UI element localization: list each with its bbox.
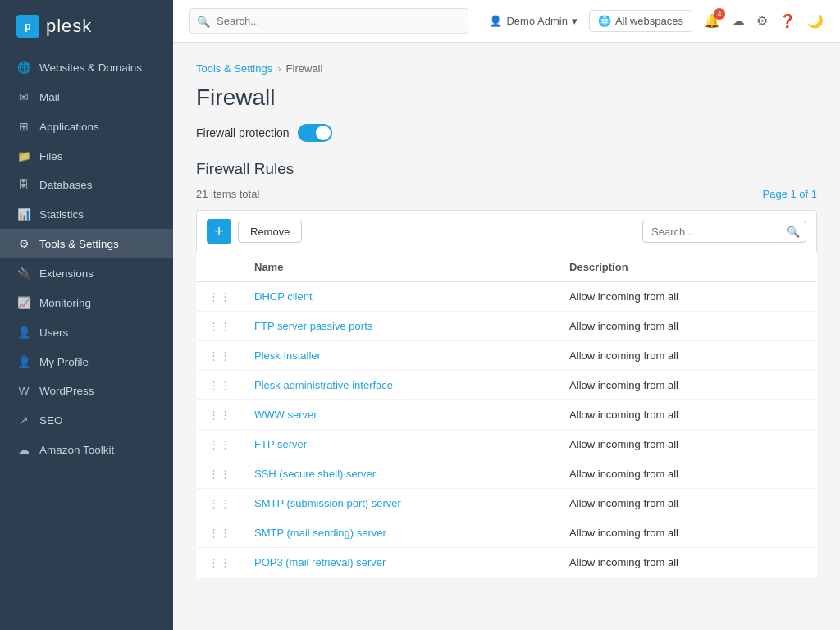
breadcrumb-current: Firewall	[286, 62, 323, 75]
protection-row: Firewall protection	[196, 124, 817, 142]
col-description-header: Description	[558, 253, 816, 282]
topbar-search-wrap: 🔍	[189, 8, 468, 34]
table-row: ⋮⋮ SSH (secure shell) server Allow incom…	[197, 459, 817, 489]
sidebar-item-my-profile[interactable]: 👤 My Profile	[0, 347, 173, 377]
breadcrumb-parent[interactable]: Tools & Settings	[196, 62, 272, 75]
rule-link-plesk-installer[interactable]: Plesk Installer	[254, 349, 321, 362]
rule-desc-smtp-submission: Allow incoming from all	[558, 489, 816, 518]
content-area: Tools & Settings › Firewall Firewall Fir…	[173, 43, 840, 630]
my-profile-icon: 👤	[16, 355, 31, 368]
table-row: ⋮⋮ POP3 (mail retrieval) server Allow in…	[197, 548, 817, 578]
table-row: ⋮⋮ SMTP (submission port) server Allow i…	[197, 489, 817, 518]
drag-handle[interactable]: ⋮⋮	[208, 290, 231, 303]
user-icon: 👤	[489, 15, 502, 27]
theme-toggle-icon[interactable]: 🌙	[807, 13, 824, 29]
webspace-selector[interactable]: 🌐 All webspaces	[589, 10, 692, 32]
drag-handle[interactable]: ⋮⋮	[208, 497, 231, 509]
sidebar-item-mail[interactable]: ✉ Mail	[0, 82, 173, 112]
rule-desc-dhcp-client: Allow incoming from all	[558, 282, 816, 312]
sidebar-item-users[interactable]: 👤 Users	[0, 317, 173, 347]
rule-desc-ftp-passive: Allow incoming from all	[558, 312, 816, 341]
sidebar-nav: 🌐 Websites & Domains ✉ Mail ⊞ Applicatio…	[0, 52, 173, 464]
table-row: ⋮⋮ Plesk administrative interface Allow …	[197, 371, 817, 400]
items-total: 21 items total	[196, 188, 259, 200]
section-title: Firewall Rules	[196, 160, 817, 178]
cloud-icon[interactable]: ☁	[732, 13, 745, 29]
sidebar-label-users: Users	[39, 326, 68, 339]
rule-link-dhcp-client[interactable]: DHCP client	[254, 290, 313, 303]
remove-button[interactable]: Remove	[238, 221, 302, 243]
drag-handle[interactable]: ⋮⋮	[208, 409, 231, 421]
protection-label: Firewall protection	[196, 126, 290, 139]
rule-desc-ssh-server: Allow incoming from all	[558, 459, 816, 489]
sidebar-item-monitoring[interactable]: 📈 Monitoring	[0, 288, 173, 317]
sidebar-label-statistics: Statistics	[39, 208, 84, 221]
table-search-input[interactable]	[642, 221, 806, 243]
sidebar-item-tools-settings[interactable]: ⚙ Tools & Settings	[0, 229, 173, 258]
drag-handle[interactable]: ⋮⋮	[208, 438, 231, 450]
table-search-icon: 🔍	[787, 226, 800, 238]
firewall-rules-table: Name Description ⋮⋮ DHCP client Allow in…	[196, 252, 817, 578]
databases-icon: 🗄	[16, 179, 31, 191]
drag-handle[interactable]: ⋮⋮	[208, 320, 231, 332]
sidebar-label-websites-domains: Websites & Domains	[39, 62, 142, 74]
rule-link-ftp-passive[interactable]: FTP server passive ports	[254, 320, 372, 332]
webspace-label: All webspaces	[615, 15, 683, 27]
table-toolbar: + Remove 🔍	[196, 210, 817, 252]
rule-link-smtp-submission[interactable]: SMTP (submission port) server	[254, 497, 401, 509]
rule-link-smtp-sending[interactable]: SMTP (mail sending) server	[254, 527, 386, 539]
rule-desc-pop3-retrieval: Allow incoming from all	[558, 548, 816, 578]
rule-link-pop3-retrieval[interactable]: POP3 (mail retrieval) server	[254, 556, 386, 568]
rules-list: ⋮⋮ DHCP client Allow incoming from all ⋮…	[197, 282, 817, 578]
extensions-icon: 🔌	[16, 267, 31, 280]
sidebar-item-seo[interactable]: ↗ SEO	[0, 405, 173, 435]
drag-handle[interactable]: ⋮⋮	[208, 556, 231, 568]
rule-link-ssh-server[interactable]: SSH (secure shell) server	[254, 468, 376, 480]
table-row: ⋮⋮ WWW server Allow incoming from all	[197, 400, 817, 430]
sidebar-label-mail: Mail	[39, 91, 60, 103]
table-meta: 21 items total Page 1 of 1	[196, 188, 817, 200]
sidebar-label-wordpress: WordPress	[39, 385, 94, 397]
sidebar-item-statistics[interactable]: 📊 Statistics	[0, 199, 173, 229]
sidebar-label-tools-settings: Tools & Settings	[39, 238, 119, 250]
extensions-icon[interactable]: ⚙	[756, 13, 768, 29]
drag-handle[interactable]: ⋮⋮	[208, 379, 231, 391]
sidebar-label-extensions: Extensions	[39, 267, 94, 280]
notifications-bell[interactable]: 🔔 4	[704, 13, 720, 29]
files-icon: 📁	[16, 149, 31, 162]
rule-link-plesk-admin[interactable]: Plesk administrative interface	[254, 379, 393, 391]
drag-handle[interactable]: ⋮⋮	[208, 527, 231, 539]
table-row: ⋮⋮ Plesk Installer Allow incoming from a…	[197, 341, 817, 371]
topbar-search-icon: 🔍	[197, 15, 210, 27]
topbar: 🔍 👤 Demo Admin ▾ 🌐 All webspaces 🔔 4 ☁ ⚙…	[173, 0, 840, 43]
user-menu[interactable]: 👤 Demo Admin ▾	[489, 15, 577, 27]
sidebar-item-applications[interactable]: ⊞ Applications	[0, 112, 173, 141]
user-label: Demo Admin	[506, 15, 567, 27]
rule-desc-www-server: Allow incoming from all	[558, 400, 816, 430]
breadcrumb-sep: ›	[277, 62, 281, 75]
topbar-search-input[interactable]	[189, 8, 468, 34]
sidebar-item-databases[interactable]: 🗄 Databases	[0, 171, 173, 199]
amazon-toolkit-icon: ☁	[16, 443, 31, 456]
websites-domains-icon: 🌐	[16, 61, 31, 74]
sidebar-label-amazon-toolkit: Amazon Toolkit	[39, 444, 114, 456]
rule-desc-ftp-server: Allow incoming from all	[558, 430, 816, 459]
sidebar-label-seo: SEO	[39, 414, 63, 427]
logo: p plesk	[0, 0, 173, 52]
wordpress-icon: W	[16, 385, 31, 397]
rule-link-www-server[interactable]: WWW server	[254, 409, 317, 421]
sidebar-item-extensions[interactable]: 🔌 Extensions	[0, 258, 173, 288]
sidebar-item-amazon-toolkit[interactable]: ☁ Amazon Toolkit	[0, 435, 173, 464]
drag-handle[interactable]: ⋮⋮	[208, 468, 231, 480]
tools-settings-icon: ⚙	[16, 237, 31, 250]
sidebar-item-wordpress[interactable]: W WordPress	[0, 377, 173, 405]
protection-toggle[interactable]	[298, 124, 332, 142]
table-row: ⋮⋮ FTP server Allow incoming from all	[197, 430, 817, 459]
rule-link-ftp-server[interactable]: FTP server	[254, 438, 307, 450]
users-icon: 👤	[16, 326, 31, 339]
sidebar-item-websites-domains[interactable]: 🌐 Websites & Domains	[0, 52, 173, 82]
drag-handle[interactable]: ⋮⋮	[208, 349, 231, 362]
sidebar-item-files[interactable]: 📁 Files	[0, 141, 173, 171]
help-icon[interactable]: ❓	[779, 13, 796, 29]
add-rule-button[interactable]: +	[207, 219, 231, 244]
